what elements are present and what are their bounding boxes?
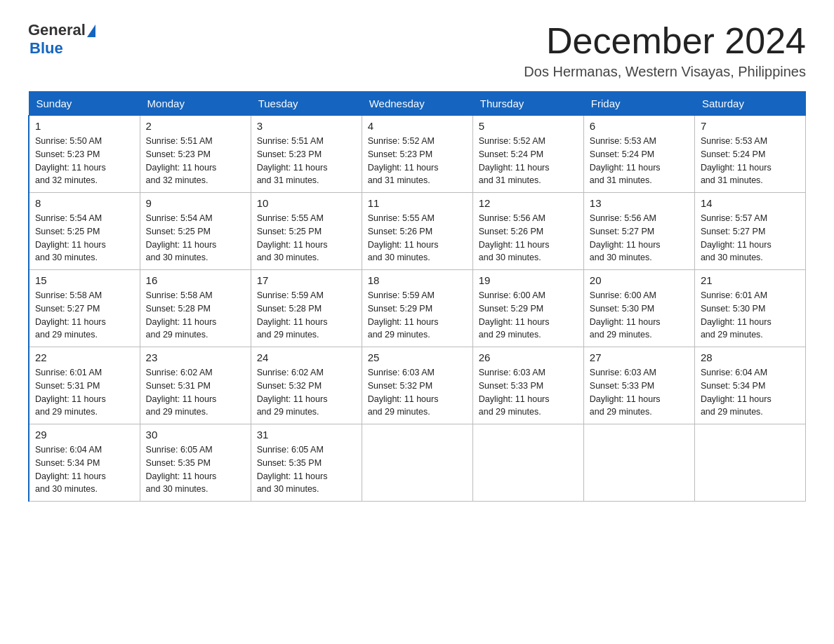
- day-detail: Sunrise: 5:52 AMSunset: 5:24 PMDaylight:…: [479, 135, 578, 187]
- calendar-cell: 11Sunrise: 5:55 AMSunset: 5:26 PMDayligh…: [362, 193, 472, 270]
- day-number: 30: [146, 429, 245, 441]
- day-detail: Sunrise: 5:59 AMSunset: 5:28 PMDaylight:…: [257, 289, 356, 342]
- day-detail: Sunrise: 5:55 AMSunset: 5:26 PMDaylight:…: [368, 212, 467, 264]
- weekday-header-thursday: Thursday: [472, 92, 583, 116]
- calendar-cell: 14Sunrise: 5:57 AMSunset: 5:27 PMDayligh…: [694, 193, 805, 270]
- day-number: 13: [590, 197, 689, 209]
- day-detail: Sunrise: 6:01 AMSunset: 5:30 PMDaylight:…: [701, 289, 800, 342]
- calendar-cell: 7Sunrise: 5:53 AMSunset: 5:24 PMDaylight…: [694, 116, 805, 193]
- day-number: 28: [701, 351, 800, 363]
- day-number: 21: [701, 274, 800, 286]
- weekday-header-friday: Friday: [583, 92, 694, 116]
- day-detail: Sunrise: 6:05 AMSunset: 5:35 PMDaylight:…: [146, 443, 245, 496]
- day-detail: Sunrise: 5:54 AMSunset: 5:25 PMDaylight:…: [35, 212, 134, 264]
- day-number: 6: [590, 120, 689, 132]
- day-detail: Sunrise: 6:02 AMSunset: 5:32 PMDaylight:…: [257, 366, 356, 419]
- day-number: 19: [479, 274, 578, 286]
- day-number: 26: [479, 351, 578, 363]
- day-number: 7: [701, 120, 800, 132]
- day-detail: Sunrise: 6:00 AMSunset: 5:29 PMDaylight:…: [479, 289, 578, 342]
- day-number: 18: [368, 274, 467, 286]
- calendar-cell: 9Sunrise: 5:54 AMSunset: 5:25 PMDaylight…: [140, 193, 251, 270]
- calendar-cell: 29Sunrise: 6:04 AMSunset: 5:34 PMDayligh…: [29, 424, 140, 502]
- day-number: 4: [368, 120, 467, 132]
- calendar-cell: 19Sunrise: 6:00 AMSunset: 5:29 PMDayligh…: [472, 270, 583, 347]
- weekday-header-tuesday: Tuesday: [251, 92, 362, 116]
- calendar-cell: 23Sunrise: 6:02 AMSunset: 5:31 PMDayligh…: [140, 347, 251, 424]
- day-detail: Sunrise: 5:56 AMSunset: 5:26 PMDaylight:…: [479, 212, 578, 264]
- day-number: 16: [146, 274, 245, 286]
- calendar-cell: 21Sunrise: 6:01 AMSunset: 5:30 PMDayligh…: [694, 270, 805, 347]
- day-number: 11: [368, 197, 467, 209]
- day-detail: Sunrise: 5:51 AMSunset: 5:23 PMDaylight:…: [146, 135, 245, 187]
- calendar-week-row: 8Sunrise: 5:54 AMSunset: 5:25 PMDaylight…: [29, 193, 806, 270]
- title-section: December 2024 Dos Hermanas, Western Visa…: [524, 21, 806, 80]
- day-detail: Sunrise: 6:05 AMSunset: 5:35 PMDaylight:…: [257, 443, 356, 496]
- calendar-cell: [362, 424, 472, 502]
- logo-triangle-icon: [87, 25, 95, 37]
- calendar-cell: 30Sunrise: 6:05 AMSunset: 5:35 PMDayligh…: [140, 424, 251, 502]
- day-detail: Sunrise: 5:58 AMSunset: 5:27 PMDaylight:…: [35, 289, 134, 342]
- calendar-week-row: 1Sunrise: 5:50 AMSunset: 5:23 PMDaylight…: [29, 116, 806, 193]
- day-detail: Sunrise: 5:54 AMSunset: 5:25 PMDaylight:…: [146, 212, 245, 264]
- calendar-cell: 5Sunrise: 5:52 AMSunset: 5:24 PMDaylight…: [472, 116, 583, 193]
- calendar-cell: 20Sunrise: 6:00 AMSunset: 5:30 PMDayligh…: [583, 270, 694, 347]
- day-number: 25: [368, 351, 467, 363]
- weekday-header-wednesday: Wednesday: [362, 92, 472, 116]
- day-number: 23: [146, 351, 245, 363]
- calendar-cell: [694, 424, 805, 502]
- location-subtitle: Dos Hermanas, Western Visayas, Philippin…: [524, 64, 806, 80]
- weekday-header-saturday: Saturday: [694, 92, 805, 116]
- day-number: 22: [35, 351, 134, 363]
- day-number: 2: [146, 120, 245, 132]
- calendar-table: SundayMondayTuesdayWednesdayThursdayFrid…: [28, 91, 806, 502]
- logo: General Blue: [28, 21, 95, 58]
- calendar-cell: 31Sunrise: 6:05 AMSunset: 5:35 PMDayligh…: [251, 424, 362, 502]
- calendar-week-row: 22Sunrise: 6:01 AMSunset: 5:31 PMDayligh…: [29, 347, 806, 424]
- day-detail: Sunrise: 5:56 AMSunset: 5:27 PMDaylight:…: [590, 212, 689, 264]
- day-number: 9: [146, 197, 245, 209]
- calendar-cell: 6Sunrise: 5:53 AMSunset: 5:24 PMDaylight…: [583, 116, 694, 193]
- day-number: 29: [35, 429, 134, 441]
- day-number: 10: [257, 197, 356, 209]
- calendar-cell: [472, 424, 583, 502]
- calendar-week-row: 15Sunrise: 5:58 AMSunset: 5:27 PMDayligh…: [29, 270, 806, 347]
- calendar-cell: 13Sunrise: 5:56 AMSunset: 5:27 PMDayligh…: [583, 193, 694, 270]
- calendar-cell: 2Sunrise: 5:51 AMSunset: 5:23 PMDaylight…: [140, 116, 251, 193]
- day-number: 5: [479, 120, 578, 132]
- calendar-cell: [583, 424, 694, 502]
- day-number: 31: [257, 429, 356, 441]
- day-detail: Sunrise: 6:03 AMSunset: 5:33 PMDaylight:…: [479, 366, 578, 419]
- weekday-header-monday: Monday: [140, 92, 251, 116]
- calendar-cell: 22Sunrise: 6:01 AMSunset: 5:31 PMDayligh…: [29, 347, 140, 424]
- calendar-cell: 3Sunrise: 5:51 AMSunset: 5:23 PMDaylight…: [251, 116, 362, 193]
- month-title: December 2024: [524, 21, 806, 61]
- day-number: 8: [35, 197, 134, 209]
- calendar-cell: 28Sunrise: 6:04 AMSunset: 5:34 PMDayligh…: [694, 347, 805, 424]
- calendar-cell: 4Sunrise: 5:52 AMSunset: 5:23 PMDaylight…: [362, 116, 472, 193]
- calendar-cell: 12Sunrise: 5:56 AMSunset: 5:26 PMDayligh…: [472, 193, 583, 270]
- calendar-cell: 8Sunrise: 5:54 AMSunset: 5:25 PMDaylight…: [29, 193, 140, 270]
- day-detail: Sunrise: 6:04 AMSunset: 5:34 PMDaylight:…: [701, 366, 800, 419]
- calendar-cell: 25Sunrise: 6:03 AMSunset: 5:32 PMDayligh…: [362, 347, 472, 424]
- calendar-cell: 24Sunrise: 6:02 AMSunset: 5:32 PMDayligh…: [251, 347, 362, 424]
- day-detail: Sunrise: 5:59 AMSunset: 5:29 PMDaylight:…: [368, 289, 467, 342]
- day-detail: Sunrise: 6:03 AMSunset: 5:33 PMDaylight:…: [590, 366, 689, 419]
- logo-blue: Blue: [29, 39, 63, 58]
- calendar-cell: 15Sunrise: 5:58 AMSunset: 5:27 PMDayligh…: [29, 270, 140, 347]
- calendar-cell: 27Sunrise: 6:03 AMSunset: 5:33 PMDayligh…: [583, 347, 694, 424]
- day-number: 15: [35, 274, 134, 286]
- day-detail: Sunrise: 6:03 AMSunset: 5:32 PMDaylight:…: [368, 366, 467, 419]
- calendar-cell: 18Sunrise: 5:59 AMSunset: 5:29 PMDayligh…: [362, 270, 472, 347]
- day-detail: Sunrise: 5:53 AMSunset: 5:24 PMDaylight:…: [701, 135, 800, 187]
- day-detail: Sunrise: 6:02 AMSunset: 5:31 PMDaylight:…: [146, 366, 245, 419]
- day-number: 3: [257, 120, 356, 132]
- calendar-cell: 26Sunrise: 6:03 AMSunset: 5:33 PMDayligh…: [472, 347, 583, 424]
- calendar-cell: 17Sunrise: 5:59 AMSunset: 5:28 PMDayligh…: [251, 270, 362, 347]
- calendar-cell: 1Sunrise: 5:50 AMSunset: 5:23 PMDaylight…: [29, 116, 140, 193]
- day-detail: Sunrise: 5:57 AMSunset: 5:27 PMDaylight:…: [701, 212, 800, 264]
- day-detail: Sunrise: 6:00 AMSunset: 5:30 PMDaylight:…: [590, 289, 689, 342]
- calendar-cell: 16Sunrise: 5:58 AMSunset: 5:28 PMDayligh…: [140, 270, 251, 347]
- day-number: 17: [257, 274, 356, 286]
- day-detail: Sunrise: 5:50 AMSunset: 5:23 PMDaylight:…: [35, 135, 134, 187]
